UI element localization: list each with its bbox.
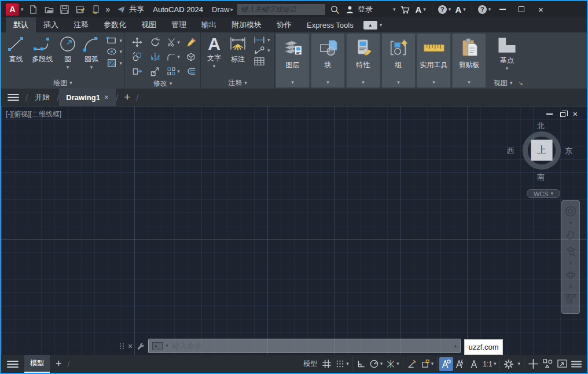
save-as-button[interactable]: [75, 3, 86, 15]
ribbon-tab-parametric[interactable]: 参数化: [96, 17, 134, 32]
doc-close-icon[interactable]: ×: [573, 110, 578, 118]
layout-menu-icon[interactable]: [7, 360, 19, 368]
dimension-tool[interactable]: 标注: [225, 34, 251, 64]
text-dropdown-icon[interactable]: ▾: [213, 64, 216, 69]
text-tool[interactable]: A 文字 ▾: [203, 34, 225, 69]
viewport-controls-label[interactable]: [-][俯视][二维线框]: [6, 109, 61, 119]
open-file-button[interactable]: [43, 3, 55, 15]
autodesk-apps-button[interactable]: A ▾: [455, 5, 465, 14]
linear-dimension-tool[interactable]: ▾: [253, 36, 270, 44]
viewcube[interactable]: 北 西 上 东 南 WCS ▾: [512, 121, 581, 184]
close-button[interactable]: ×: [533, 3, 548, 15]
hatch-tool[interactable]: ▾: [106, 58, 122, 68]
arc-tool[interactable]: 圆弧 ▾: [79, 34, 104, 70]
annotation-scale-value[interactable]: 1:1 ▾: [481, 357, 498, 371]
object-snap-button[interactable]: ▾: [418, 357, 436, 371]
tab-start[interactable]: 开始: [28, 89, 57, 106]
circle-tool[interactable]: 圆 ▾: [56, 34, 79, 70]
layers-dropdown-icon[interactable]: ▾: [291, 80, 294, 85]
panel-block[interactable]: 块 ▾: [311, 34, 344, 87]
drawing-viewport[interactable]: [-][俯视][二维线框] × 北 西 上 东 南 WCS ▾ ▾: [1, 106, 587, 355]
isodraft-button[interactable]: [405, 357, 418, 371]
circle-dropdown-icon[interactable]: ▾: [67, 65, 69, 70]
qat-more-icon[interactable]: »: [106, 5, 109, 14]
workspace-switching-button[interactable]: ▾: [502, 357, 522, 371]
search-icon[interactable]: [329, 3, 341, 15]
info-button[interactable]: ? ▾: [478, 5, 491, 14]
new-file-button[interactable]: [28, 3, 39, 15]
explode-tool[interactable]: [182, 50, 200, 64]
isolate-objects-button[interactable]: [541, 357, 555, 371]
showmotion-button[interactable]: [564, 292, 578, 306]
new-drawing-button[interactable]: +: [118, 89, 136, 106]
app-store-cart-icon[interactable]: [399, 3, 411, 15]
autodesk-account-button[interactable]: A ▾: [415, 5, 425, 14]
fillet-tool[interactable]: ▾: [164, 50, 182, 64]
command-input[interactable]: [171, 342, 451, 350]
snap-mode-button[interactable]: ▾: [333, 357, 351, 371]
arc-dropdown-icon[interactable]: ▾: [90, 65, 93, 70]
viewcube-north[interactable]: 北: [537, 121, 545, 131]
command-dropdown-icon[interactable]: ▾: [166, 343, 168, 349]
panel-layers[interactable]: 图层 ▾: [276, 34, 309, 87]
model-space-button[interactable]: 模型: [300, 359, 320, 369]
grid-display-button[interactable]: [320, 357, 333, 371]
annotation-autoscale-button[interactable]: [453, 357, 467, 371]
panel-utilities[interactable]: 实用工具 ▾: [417, 34, 450, 87]
ribbon-minimize-button[interactable]: ▲: [363, 21, 377, 30]
ellipse-tool[interactable]: ▾: [106, 47, 122, 56]
offset-tool[interactable]: [182, 64, 200, 78]
panel-annotation-title[interactable]: 注释 ▾: [201, 78, 274, 89]
panel-properties[interactable]: 特性 ▾: [347, 34, 380, 87]
doc-restore-icon[interactable]: [560, 112, 565, 117]
trim-tool[interactable]: ▾: [164, 35, 182, 49]
search-input[interactable]: [237, 4, 325, 15]
rectangle-tool[interactable]: ▾: [106, 36, 122, 45]
orbit-button[interactable]: [564, 268, 578, 282]
wcs-dropdown[interactable]: WCS ▾: [527, 189, 560, 198]
line-tool[interactable]: 直线: [3, 34, 28, 64]
groups-dropdown-icon[interactable]: ▾: [397, 80, 400, 85]
move-tool[interactable]: [128, 35, 146, 49]
properties-dropdown-icon[interactable]: ▾: [362, 80, 365, 85]
share-button[interactable]: 共享: [116, 4, 144, 14]
block-dropdown-icon[interactable]: ▾: [326, 80, 329, 85]
panel-view-title[interactable]: 视图 ▾ ↘: [487, 78, 587, 89]
ortho-mode-button[interactable]: [355, 357, 368, 371]
help-button[interactable]: ? ▾: [438, 5, 451, 14]
annotation-visibility-button[interactable]: [439, 357, 453, 371]
viewcube-west[interactable]: 西: [507, 146, 514, 156]
clipboard-dropdown-icon[interactable]: ▾: [468, 80, 471, 85]
zoom-dropdown-icon[interactable]: ▾: [569, 261, 572, 266]
viewcube-east[interactable]: 东: [565, 146, 572, 156]
annotation-monitor-button[interactable]: [526, 357, 541, 371]
base-view-tool[interactable]: 基点 ▾: [493, 34, 521, 71]
ribbon-tab-addins[interactable]: 附加模块: [224, 17, 269, 32]
customization-button[interactable]: [569, 357, 583, 371]
recent-commands-icon[interactable]: ▴: [454, 343, 457, 349]
zoom-extents-button[interactable]: [564, 244, 578, 258]
panel-groups[interactable]: 组 ▾: [382, 34, 415, 87]
tab-drawing1[interactable]: Drawing1 ×: [59, 89, 116, 106]
panel-launcher-icon[interactable]: ↘: [519, 80, 523, 86]
utilities-dropdown-icon[interactable]: ▾: [432, 80, 435, 85]
doc-title-switcher[interactable]: Draw ▸: [212, 5, 233, 14]
plot-button[interactable]: [90, 3, 102, 15]
annotation-scale-button[interactable]: [467, 357, 481, 371]
command-prompt-icon[interactable]: ▸_: [152, 342, 163, 350]
viewcube-top-face[interactable]: 上: [531, 140, 553, 161]
panel-clipboard[interactable]: 剪贴板 ▾: [453, 34, 486, 87]
signin-dropdown-icon[interactable]: ▾: [393, 7, 396, 12]
command-drag-handle[interactable]: [120, 343, 124, 349]
tab-close-icon[interactable]: ×: [104, 93, 109, 102]
rotate-tool[interactable]: [146, 35, 164, 49]
ribbon-minimize-dropdown-icon[interactable]: ▾: [380, 23, 383, 28]
ribbon-tab-annotate[interactable]: 注释: [66, 17, 96, 32]
ribbon-tab-view[interactable]: 视图: [134, 17, 164, 32]
ribbon-tab-express-tools[interactable]: Express Tools: [299, 17, 361, 32]
table-tool[interactable]: [253, 57, 270, 66]
stretch-tool[interactable]: [128, 64, 146, 78]
command-close-icon[interactable]: ×: [128, 342, 133, 351]
maximize-button[interactable]: [514, 3, 529, 15]
ribbon-tab-home[interactable]: 默认: [6, 17, 36, 32]
